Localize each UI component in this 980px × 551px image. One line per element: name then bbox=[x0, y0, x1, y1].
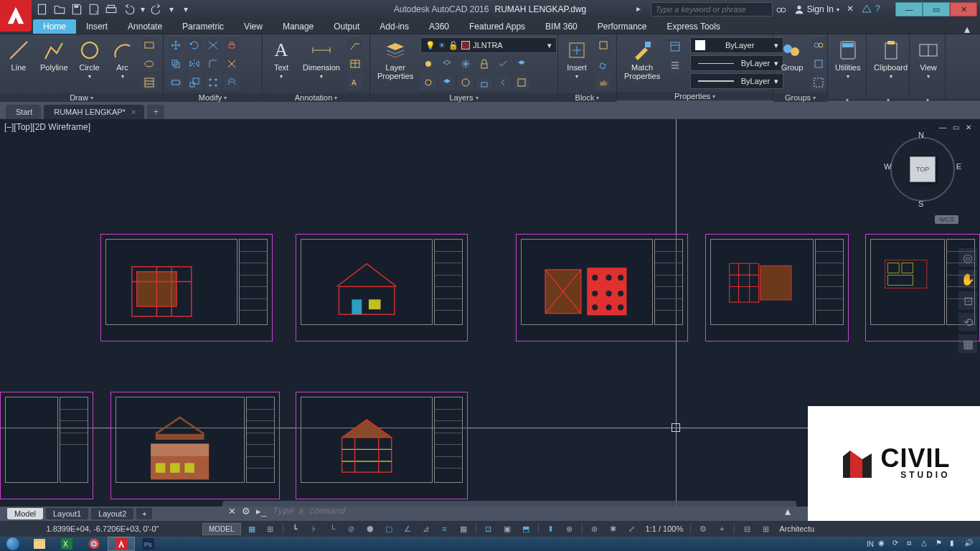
annotation-scale-icon[interactable]: ⤢ bbox=[624, 522, 640, 535]
saveas-icon[interactable] bbox=[88, 3, 100, 16]
otrack-icon[interactable]: ⊿ bbox=[418, 522, 434, 535]
array-icon[interactable] bbox=[205, 75, 221, 90]
tray-action-center-icon[interactable]: ⚑ bbox=[936, 539, 946, 549]
layer-iso-icon[interactable] bbox=[439, 56, 455, 72]
command-history-icon[interactable]: ✕ bbox=[228, 506, 236, 517]
qat-more-icon[interactable]: ▾ bbox=[179, 3, 192, 16]
hatch-icon[interactable] bbox=[141, 75, 157, 90]
grid-toggle-icon[interactable]: ▦ bbox=[244, 522, 260, 535]
rotate-icon[interactable] bbox=[187, 37, 202, 53]
tray-sync-icon[interactable]: ⟳ bbox=[892, 539, 903, 549]
taskbar-autocad-icon[interactable] bbox=[108, 537, 135, 551]
create-block-icon[interactable] bbox=[595, 37, 611, 53]
workspace-label[interactable]: Architectu bbox=[776, 524, 817, 533]
selection-cycling-icon[interactable]: ⊡ bbox=[481, 522, 496, 535]
tray-dropbox-icon[interactable]: ⧈ bbox=[907, 539, 917, 549]
model-paper-toggle[interactable]: MODEL bbox=[202, 523, 241, 535]
save-icon[interactable] bbox=[70, 3, 83, 16]
panel-draw-label[interactable]: Draw bbox=[0, 93, 163, 102]
line-tool[interactable]: Line bbox=[4, 37, 33, 73]
command-line[interactable]: ✕ ⚙ ▸_ ▴ bbox=[222, 501, 796, 521]
drawing-sheet[interactable] bbox=[0, 392, 93, 499]
help-icon[interactable]: ? bbox=[875, 4, 887, 15]
open-icon[interactable] bbox=[53, 3, 66, 16]
layer-state-icon[interactable] bbox=[514, 75, 529, 90]
edit-block-icon[interactable] bbox=[595, 56, 611, 72]
workspace-switching-icon[interactable]: ⚙ bbox=[695, 522, 711, 535]
drawing-sheet[interactable] bbox=[296, 234, 468, 342]
tab-home[interactable]: Home bbox=[33, 19, 76, 34]
undo-dropdown-icon[interactable]: ▾ bbox=[139, 3, 146, 16]
quick-properties-icon[interactable]: ⊞ bbox=[758, 522, 773, 535]
edit-attr-icon[interactable]: ab bbox=[595, 75, 611, 90]
infer-constraints-icon[interactable]: ┗ bbox=[288, 522, 303, 535]
properties-palette-icon[interactable] bbox=[667, 39, 683, 55]
wcs-badge[interactable]: WCS bbox=[935, 215, 958, 224]
close-file-icon[interactable]: × bbox=[131, 108, 136, 116]
annotation-scale-value[interactable]: 1:1 / 100% bbox=[643, 524, 687, 533]
tab-parametric[interactable]: Parametric bbox=[172, 19, 234, 34]
group-bbox-icon[interactable] bbox=[811, 75, 826, 90]
close-button[interactable]: ✕ bbox=[950, 2, 977, 17]
view-button[interactable]: View▾ bbox=[914, 37, 943, 81]
snapmode-icon[interactable]: ⊞ bbox=[263, 522, 278, 535]
polar-icon[interactable]: ⊘ bbox=[344, 522, 359, 535]
ellipse-icon[interactable] bbox=[141, 56, 157, 72]
group-button[interactable]: Group bbox=[778, 37, 806, 73]
layer-make-current-icon[interactable] bbox=[495, 56, 511, 72]
layer-match-icon[interactable] bbox=[514, 56, 529, 72]
drawing-sheet[interactable] bbox=[100, 234, 273, 342]
list-icon[interactable] bbox=[667, 57, 683, 73]
annotation-monitor-icon[interactable]: + bbox=[714, 522, 730, 535]
steering-wheel-icon[interactable]: ◎ bbox=[958, 248, 977, 267]
autoscale-icon[interactable]: ✱ bbox=[606, 522, 621, 535]
explode-icon[interactable] bbox=[224, 56, 240, 72]
layout-tab-1[interactable]: Layout1 bbox=[46, 508, 88, 519]
taskbar-chrome-icon[interactable] bbox=[80, 537, 108, 551]
text-tool[interactable]: AText▾ bbox=[267, 37, 296, 81]
leader-icon[interactable] bbox=[347, 37, 363, 53]
tab-express[interactable]: Express Tools bbox=[656, 19, 730, 34]
offset-icon[interactable] bbox=[224, 75, 240, 90]
a360-icon[interactable] bbox=[861, 4, 872, 15]
ortho-icon[interactable]: └ bbox=[325, 522, 341, 535]
layer-lock-icon[interactable] bbox=[476, 56, 492, 72]
tab-view[interactable]: View bbox=[234, 19, 273, 34]
redo-dropdown-icon[interactable]: ▾ bbox=[168, 3, 175, 16]
tab-insert[interactable]: Insert bbox=[76, 19, 118, 34]
tray-a360-icon[interactable]: △ bbox=[921, 539, 931, 549]
pan-icon[interactable]: ✋ bbox=[958, 270, 977, 288]
drawing-sheet[interactable] bbox=[296, 392, 468, 499]
color-dropdown[interactable]: ByLayer▾ bbox=[690, 37, 783, 53]
new-file-tab-button[interactable]: + bbox=[147, 105, 164, 119]
mirror-icon[interactable] bbox=[187, 56, 202, 72]
erase-icon[interactable] bbox=[224, 37, 240, 53]
tab-addins[interactable]: Add-ins bbox=[369, 19, 419, 34]
taskbar-explorer-icon[interactable] bbox=[26, 537, 53, 551]
panel-modify-label[interactable]: Modify bbox=[164, 93, 262, 102]
tab-manage[interactable]: Manage bbox=[273, 19, 324, 34]
linetype-dropdown[interactable]: ByLayer▾ bbox=[690, 55, 783, 71]
polyline-tool[interactable]: Polyline bbox=[37, 37, 71, 73]
isodraft-icon[interactable]: ⬢ bbox=[362, 522, 378, 535]
layer-prev-icon[interactable] bbox=[495, 75, 511, 90]
layer-freeze-icon[interactable] bbox=[458, 56, 473, 72]
plot-icon[interactable] bbox=[105, 3, 118, 16]
selection-filter-icon[interactable]: ⬍ bbox=[543, 522, 559, 535]
command-customize-icon[interactable]: ⚙ bbox=[242, 506, 250, 517]
app-menu-button[interactable] bbox=[0, 0, 32, 32]
orbit-icon[interactable]: ⟲ bbox=[958, 313, 977, 331]
drawing-sheet[interactable] bbox=[705, 234, 849, 342]
layer-on-icon[interactable] bbox=[420, 75, 436, 90]
dynamic-input-icon[interactable]: ⊦ bbox=[306, 522, 322, 535]
fillet-icon[interactable] bbox=[205, 56, 221, 72]
panel-annotation-label[interactable]: Annotation bbox=[263, 93, 369, 102]
circle-tool[interactable]: Circle▾ bbox=[75, 37, 104, 81]
tray-chrome-icon[interactable]: ◉ bbox=[878, 539, 888, 549]
file-tab-start[interactable]: Start bbox=[6, 105, 41, 119]
add-layout-button[interactable]: + bbox=[136, 508, 152, 519]
taskbar-photoshop-icon[interactable]: Ps bbox=[135, 537, 162, 551]
layer-thaw-icon[interactable] bbox=[458, 75, 473, 90]
lineweight-dropdown[interactable]: ByLayer▾ bbox=[690, 73, 783, 89]
minimize-button[interactable]: — bbox=[895, 2, 923, 17]
